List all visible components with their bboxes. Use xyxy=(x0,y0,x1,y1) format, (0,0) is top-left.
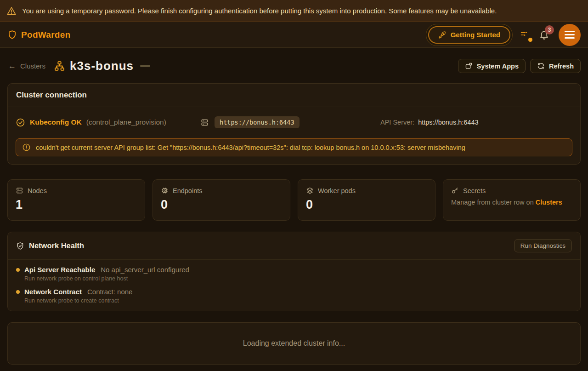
settings-tune-button[interactable] xyxy=(520,30,530,40)
connection-error-message: couldn't get current server API group li… xyxy=(36,144,465,151)
secrets-hint: Manage from cluster row on Clusters xyxy=(451,199,572,206)
kubeconfig-status: Kubeconfig OK xyxy=(30,118,82,126)
check-status: No api_server_url configured xyxy=(101,266,189,274)
app-name: PodWarden xyxy=(21,30,71,40)
getting-started-button[interactable]: Getting Started xyxy=(428,26,510,44)
status-dot xyxy=(16,268,20,272)
cluster-connection-panel: Cluster connection Kubeconfig OK (contro… xyxy=(7,83,581,165)
network-health-panel: Network Health Run Diagnostics Api Serve… xyxy=(7,232,581,311)
refresh-icon xyxy=(537,62,545,70)
cpu-icon xyxy=(161,187,169,194)
app-logo[interactable]: PodWarden xyxy=(7,30,71,40)
stat-label-nodes: Nodes xyxy=(28,187,47,194)
getting-started-label: Getting Started xyxy=(451,31,500,39)
check-name: Network Contract xyxy=(24,288,82,296)
endpoint-chip: https://bonus.h:6443 xyxy=(215,116,300,128)
page-title-cluster-name: k3s-bonus xyxy=(70,59,134,73)
cluster-connection-header: Cluster connection xyxy=(8,84,580,107)
refresh-label: Refresh xyxy=(549,63,574,70)
system-apps-label: System Apps xyxy=(477,63,519,70)
title-dash xyxy=(140,65,150,67)
api-server-value: https://bonus.h:6443 xyxy=(418,119,478,126)
server-icon xyxy=(200,118,209,127)
apps-grid-icon xyxy=(465,62,473,70)
stat-label-worker-pods: Worker pods xyxy=(318,187,356,194)
tune-status-dot xyxy=(528,38,532,42)
stat-card-worker-pods: Worker pods 0 xyxy=(298,179,435,221)
network-health-title: Network Health xyxy=(29,241,84,250)
stat-value-worker-pods: 0 xyxy=(306,198,427,212)
shield-logo-icon xyxy=(7,30,17,40)
notification-count-badge: 3 xyxy=(545,25,554,34)
stats-row: Nodes 1 Endpoints 0 Worker pods 0 xyxy=(7,179,581,221)
alert-circle-icon xyxy=(22,143,31,152)
breadcrumb-back-clusters[interactable]: ← Clusters xyxy=(8,62,45,71)
shield-check-icon xyxy=(16,242,24,250)
stat-value-endpoints: 0 xyxy=(161,198,282,212)
stat-value-nodes: 1 xyxy=(16,198,137,212)
system-apps-button[interactable]: System Apps xyxy=(458,59,526,73)
refresh-button[interactable]: Refresh xyxy=(530,59,581,73)
network-health-checks: Api Server Reachable No api_server_url c… xyxy=(8,260,580,311)
check-row-api-server: Api Server Reachable No api_server_url c… xyxy=(16,266,572,282)
layers-icon xyxy=(306,187,314,194)
cluster-hierarchy-icon xyxy=(54,60,65,72)
loading-text: Loading extended cluster info... xyxy=(243,339,345,347)
connection-status-row: Kubeconfig OK (control_plane_provision) … xyxy=(8,107,580,135)
cluster-connection-title: Cluster connection xyxy=(16,91,87,100)
run-diagnostics-button[interactable]: Run Diagnostics xyxy=(514,239,572,252)
breadcrumb: ← Clusters k3s-bonus System Apps xyxy=(0,48,588,83)
stat-label-secrets: Secrets xyxy=(463,187,486,194)
rocket-icon xyxy=(438,31,447,39)
server-icon xyxy=(16,187,23,194)
hamburger-menu-button[interactable] xyxy=(559,24,581,46)
stat-card-endpoints: Endpoints 0 xyxy=(153,179,290,221)
api-server-label: API Server: xyxy=(380,119,414,126)
warning-icon xyxy=(6,6,17,16)
check-row-network-contract: Network Contract Contract: none Run netw… xyxy=(16,288,572,304)
extended-info-loading-card: Loading extended cluster info... xyxy=(7,322,581,365)
app-header: PodWarden Getting Started xyxy=(0,22,588,48)
provision-mode: (control_plane_provision) xyxy=(86,118,166,126)
check-circle-icon xyxy=(16,118,25,127)
status-dot xyxy=(16,290,20,294)
check-name: Api Server Reachable xyxy=(24,266,95,274)
notifications-button[interactable]: 3 xyxy=(539,29,549,40)
breadcrumb-back-label: Clusters xyxy=(20,62,45,70)
check-hint: Run network probe on control plane host xyxy=(24,275,572,282)
check-status: Contract: none xyxy=(87,288,132,296)
check-hint: Run network probe to create contract xyxy=(24,297,572,304)
banner-text: You are using a temporary password. Plea… xyxy=(22,7,497,15)
stat-card-secrets: Secrets Manage from cluster row on Clust… xyxy=(443,179,581,221)
hamburger-menu-icon xyxy=(565,31,575,32)
secrets-hint-text: Manage from cluster row on xyxy=(451,199,536,206)
network-health-header: Network Health Run Diagnostics xyxy=(8,232,580,260)
back-arrow-icon: ← xyxy=(8,62,16,71)
temporary-password-banner: You are using a temporary password. Plea… xyxy=(0,0,588,22)
key-icon xyxy=(451,187,459,194)
stat-label-endpoints: Endpoints xyxy=(173,187,203,194)
clusters-link[interactable]: Clusters xyxy=(536,199,562,206)
stat-card-nodes: Nodes 1 xyxy=(7,179,145,221)
connection-error-alert: couldn't get current server API group li… xyxy=(16,138,572,156)
